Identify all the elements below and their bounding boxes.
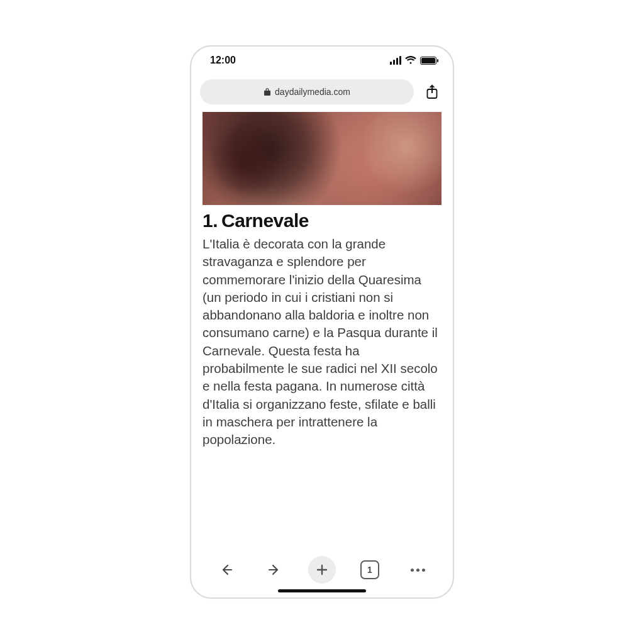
canvas: 12:00 dayda <box>0 0 644 644</box>
more-icon <box>411 569 425 572</box>
article-hero-image <box>203 112 441 205</box>
page-content[interactable]: 1. Carnevale L'Italia è decorata con la … <box>191 111 453 550</box>
status-bar: 12:00 <box>191 47 453 74</box>
battery-icon <box>420 57 436 65</box>
tab-count: 1 <box>367 565 372 575</box>
address-bar-domain: daydailymedia.com <box>275 87 350 97</box>
article-title: 1. Carnevale <box>203 210 441 231</box>
address-bar[interactable]: daydailymedia.com <box>200 79 414 104</box>
cellular-signal-icon <box>390 56 401 65</box>
browser-toolbar: daydailymedia.com <box>191 74 453 111</box>
wifi-icon <box>405 56 416 65</box>
phone-frame: 12:00 dayda <box>190 45 454 599</box>
lock-icon <box>264 87 271 96</box>
menu-button[interactable] <box>404 556 431 584</box>
article-body: L'Italia è decorata con la grande strava… <box>203 235 441 448</box>
article-title-text: Carnevale <box>221 210 309 231</box>
status-indicators <box>390 56 436 65</box>
share-button[interactable] <box>420 80 444 104</box>
home-indicator[interactable] <box>278 589 366 592</box>
tabs-button[interactable]: 1 <box>356 556 384 584</box>
new-tab-button[interactable] <box>308 556 336 584</box>
forward-button[interactable] <box>260 556 288 584</box>
article-number: 1. <box>203 210 218 231</box>
back-button[interactable] <box>213 556 240 584</box>
status-time: 12:00 <box>210 55 236 66</box>
